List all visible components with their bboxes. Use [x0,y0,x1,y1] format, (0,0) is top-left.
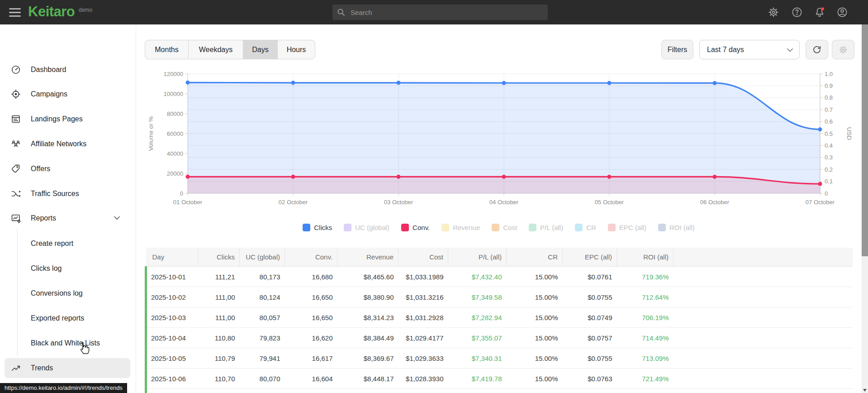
svg-text:$: $ [16,165,19,169]
svg-text:03 October: 03 October [384,199,413,206]
column-header-roi-all[interactable]: ROI (all) [617,248,674,267]
svg-text:0: 0 [825,190,828,197]
legend-swatch [401,224,409,231]
sidebar-item-offers[interactable]: $Offers [0,159,136,179]
sidebar-item-campaigns[interactable]: Campaigns [0,84,136,104]
gear-icon[interactable] [768,6,779,18]
cell-epc-all: $0.0757 [563,328,617,348]
svg-text:0.7: 0.7 [825,106,833,113]
date-range-select[interactable]: Last 7 days [699,40,800,59]
column-header-day[interactable]: Day [146,248,198,267]
scrollbar-thumb[interactable] [862,24,868,256]
svg-text:0.4: 0.4 [825,142,833,149]
cell-day: 2025-10-01 [146,267,198,287]
sidebar-item-trends[interactable]: Trends [0,358,136,378]
svg-text:0: 0 [180,190,183,197]
column-header-revenue[interactable]: Revenue [337,248,398,267]
filters-button[interactable]: Filters [661,40,693,59]
user-icon[interactable] [836,6,848,18]
cell-conv: 16,617 [285,348,337,369]
svg-text:0.2: 0.2 [825,166,833,173]
legend-item-epc-all[interactable]: EPC (all) [608,224,646,231]
legend-item-conv[interactable]: Conv. [401,224,430,231]
sidebar-item-conversions-log[interactable]: Conversions log [0,283,136,303]
cell-epc-all: $0.0763 [563,369,617,389]
cell-clicks: 110,70 [198,369,240,389]
cell-conv: 16,650 [285,287,337,307]
topbar: Keitaro demo [0,0,868,24]
sidebar-item-clicks-log[interactable]: Clicks log [0,259,136,278]
cell-filler [674,369,853,389]
legend-label: Cost [503,224,517,231]
legend-label: Conv. [413,224,430,231]
svg-text:0.6: 0.6 [825,118,833,125]
sidebar-item-traffic-sources[interactable]: Traffic Sources [0,184,136,204]
tab-hours[interactable]: Hours [278,40,315,59]
notification-dot [821,7,824,10]
legend-item-cost[interactable]: Cost [492,224,517,231]
legend-swatch [575,224,583,231]
scrollbar-down-arrow[interactable] [863,389,867,392]
legend-swatch [658,224,666,231]
cell-roi-all: 719.36% [617,267,674,287]
sidebar-item-label: Traffic Sources [31,190,79,198]
sidebar-item-label: Affiliate Networks [31,140,86,148]
search-box[interactable] [332,5,548,20]
search-input[interactable] [350,8,543,17]
cell-cr: 15.00% [507,389,563,393]
sidebar-item-dashboard[interactable]: Dashboard [0,60,136,80]
cell-uc-global: 79,941 [240,348,285,369]
cell-p-l-all: $7,419.78 [448,369,507,389]
cell-day: 2025-10-02 [146,287,198,307]
column-header-cr[interactable]: CR [507,248,563,267]
sidebar: DashboardCampaignsLandings PagesAffiliat… [0,24,136,393]
legend-item-cr[interactable]: CR [575,224,596,231]
scrollbar-track[interactable] [862,24,868,393]
legend-item-clicks[interactable]: Clicks [303,224,332,231]
sidebar-item-affiliate-networks[interactable]: Affiliate Networks [0,134,136,154]
refresh-icon [812,45,822,55]
column-header-uc-global[interactable]: UC (global) [240,248,285,267]
table-row: 2025-10-03111,0080,05716,650$8,314.23$1,… [146,307,853,328]
svg-text:0.9: 0.9 [825,82,833,89]
sidebar-item-black-and-white-lists[interactable]: Black and White Lists [0,333,136,353]
column-header-p-l-all[interactable]: P/L (all) [448,248,507,267]
cell-cr: 15.00% [507,348,563,369]
sidebar-item-landings-pages[interactable]: Landings Pages [0,109,136,129]
legend-label: ROI (all) [669,224,695,231]
column-header-conv[interactable]: Conv. [285,248,337,267]
sidebar-item-label: Dashboard [31,66,66,74]
legend-item-uc-global[interactable]: UC (global) [344,224,389,231]
help-icon[interactable] [791,6,803,18]
legend-item-revenue[interactable]: Revenue [441,224,480,231]
legend-item-p-l-all[interactable]: P/L (all) [529,224,563,231]
cell-epc-all: $0.0748 [563,389,617,393]
column-header-epc-all[interactable]: EPC (all) [563,248,617,267]
tab-days[interactable]: Days [243,40,278,59]
legend-label: CR [586,224,596,231]
svg-text:80000: 80000 [167,110,183,117]
cell-filler [674,307,853,328]
refresh-button[interactable] [806,40,828,59]
sidebar-item-reports[interactable]: Reports [0,208,136,228]
landing-pages-icon [11,114,21,124]
sidebar-item-create-report[interactable]: Create report [0,234,136,254]
sidebar-item-exported-reports[interactable]: Exported reports [0,308,136,328]
column-header-cost[interactable]: Cost [398,248,448,267]
column-header-clicks[interactable]: Clicks [198,248,240,267]
sidebar-item-label: Create report [31,240,73,248]
svg-text:02 October: 02 October [279,199,308,206]
chart-settings-button[interactable] [832,40,854,59]
tab-months[interactable]: Months [145,40,189,59]
sidebar-item-label: Campaigns [31,90,67,98]
sidebar-item-label: Black and White Lists [31,339,100,347]
menu-icon[interactable] [9,8,21,17]
legend-item-roi-all[interactable]: ROI (all) [658,224,695,231]
trends-chart[interactable]: 02000040000600008000010000012000000.10.2… [145,68,862,217]
traffic-sources-icon [11,189,21,199]
cell-day: 2025-10-07 [146,389,198,393]
tab-weekdays[interactable]: Weekdays [189,40,243,59]
bell-icon[interactable] [814,6,825,18]
svg-text:0.3: 0.3 [825,154,833,161]
sidebar-item-label: Exported reports [31,314,84,322]
